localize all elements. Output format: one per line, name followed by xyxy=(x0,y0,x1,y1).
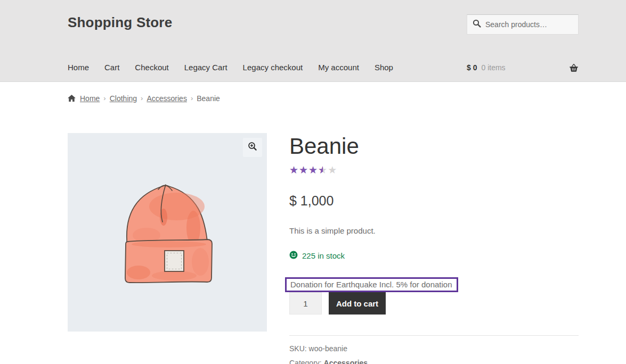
product-title: Beanie xyxy=(289,133,579,158)
product-description: This is a simple product. xyxy=(289,226,579,235)
star-fill: ★★★★★ xyxy=(289,165,323,175)
product-section: Beanie ★★★★★ ★★★★★ $ 1,000 This is a sim… xyxy=(68,133,579,364)
breadcrumb-link-accessories[interactable]: Accessories xyxy=(147,94,186,103)
product-price: $ 1,000 xyxy=(289,193,579,209)
breadcrumb-separator: › xyxy=(191,94,193,102)
sku-label: SKU: xyxy=(289,344,307,353)
breadcrumb: Home › Clothing › Accessories › Beanie xyxy=(68,94,579,103)
breadcrumb-separator: › xyxy=(103,94,105,102)
product-summary: Beanie ★★★★★ ★★★★★ $ 1,000 This is a sim… xyxy=(289,133,579,364)
nav-item-shop[interactable]: Shop xyxy=(375,63,393,72)
stock-text: 225 in stock xyxy=(302,251,345,260)
magnifier-plus-icon xyxy=(248,142,257,153)
breadcrumb-separator: › xyxy=(141,94,143,102)
sku-line: SKU: woo-beanie xyxy=(289,343,579,354)
star-rating: ★★★★★ ★★★★★ xyxy=(289,165,337,175)
quantity-input[interactable] xyxy=(289,292,322,315)
search-icon xyxy=(473,19,481,30)
add-to-cart-form: Add to cart xyxy=(289,292,579,315)
sku-value: woo-beanie xyxy=(309,344,347,353)
breadcrumb-link-clothing[interactable]: Clothing xyxy=(110,94,137,103)
search-box[interactable] xyxy=(467,14,579,35)
home-icon xyxy=(68,95,76,102)
category-label: Category: xyxy=(289,359,322,364)
site-header: Shopping Store Home Cart Checkout Legacy… xyxy=(0,0,626,82)
cart-items-count: 0 items xyxy=(481,63,505,72)
product-image-beanie[interactable] xyxy=(68,133,267,332)
stock-status: 225 in stock xyxy=(289,251,579,261)
category-link-accessories[interactable]: Accessories xyxy=(324,359,368,364)
nav-item-checkout[interactable]: Checkout xyxy=(135,63,168,72)
smiley-icon xyxy=(289,251,298,261)
nav-item-legacy-checkout[interactable]: Legacy checkout xyxy=(243,63,303,72)
basket-icon[interactable] xyxy=(569,63,579,72)
image-zoom-button[interactable] xyxy=(243,138,262,157)
donation-note: Donation for Earthquake Incl. 5% for don… xyxy=(285,277,458,292)
beanie-illustration xyxy=(68,133,267,332)
breadcrumb-link-home[interactable]: Home xyxy=(80,94,100,103)
nav-item-home[interactable]: Home xyxy=(68,63,89,72)
breadcrumb-current: Beanie xyxy=(197,94,220,103)
add-to-cart-button[interactable]: Add to cart xyxy=(329,292,386,315)
cart-info[interactable]: $ 0 0 items xyxy=(467,63,579,72)
search-input[interactable] xyxy=(485,20,571,29)
nav-item-cart[interactable]: Cart xyxy=(104,63,119,72)
category-line: Category: Accessories xyxy=(289,358,579,364)
main-nav: Home Cart Checkout Legacy Cart Legacy ch… xyxy=(68,63,393,72)
nav-item-my-account[interactable]: My account xyxy=(318,63,359,72)
product-meta: SKU: woo-beanie Category: Accessories xyxy=(289,335,579,364)
cart-total: $ 0 xyxy=(467,63,477,72)
nav-item-legacy-cart[interactable]: Legacy Cart xyxy=(184,63,227,72)
